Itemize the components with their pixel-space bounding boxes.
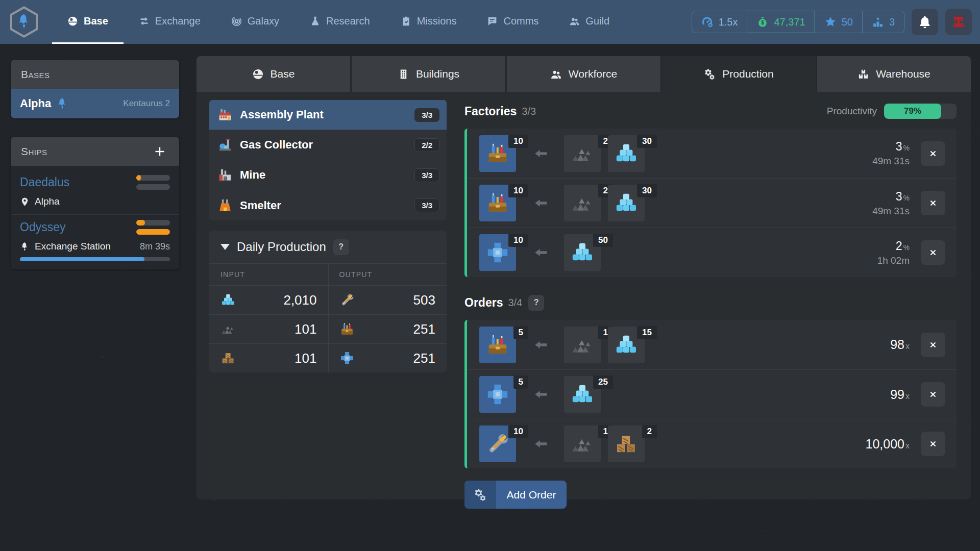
building-item-assembly-plant[interactable]: Assembly Plant 3/3: [209, 100, 447, 130]
multiplier-sign: x: [905, 392, 910, 400]
quantity-badge: 30: [637, 135, 657, 148]
building-name: Smelter: [240, 199, 281, 212]
output-item-tile-machine-part[interactable]: 5: [479, 376, 516, 413]
cancel-order-button[interactable]: [921, 432, 945, 456]
building-item-gas-collector[interactable]: Gas Collector 2/2: [209, 130, 447, 160]
arrow-left-icon: [533, 436, 549, 452]
level-stat[interactable]: 50: [815, 11, 863, 33]
factory-row: 10 2 30 3% 49m 31s: [467, 178, 957, 228]
output-item-tile-toolbox[interactable]: 10: [479, 185, 516, 221]
orders-header: Orders 3/4 ?: [464, 291, 957, 314]
input-item-tile-ingots[interactable]: 50: [564, 234, 601, 271]
input-item-tile-ore[interactable]: 1: [564, 425, 601, 462]
rocket-icon: [20, 242, 30, 252]
ship-name-link[interactable]: Daedalus: [20, 176, 69, 189]
deathstar-icon: [252, 68, 264, 80]
nav-item-galaxy[interactable]: Galaxy: [216, 0, 295, 44]
notifications-button[interactable]: [912, 9, 938, 35]
event-button[interactable]: [945, 9, 972, 35]
ship-item-daedalus: Daedalus Alpha: [20, 175, 170, 207]
cancel-production-button[interactable]: [921, 240, 945, 265]
rank-stat[interactable]: 3: [862, 11, 904, 33]
blue-ingots-icon: [220, 292, 236, 308]
building-item-smelter[interactable]: Smelter 3/3: [209, 190, 447, 220]
daily-production-title: Daily Production: [237, 240, 326, 254]
nav-item-research[interactable]: Research: [295, 0, 385, 44]
nav-item-comms[interactable]: Comms: [472, 0, 554, 44]
wood-planks-icon: [220, 350, 236, 366]
input-item-tile-wood[interactable]: 2: [608, 425, 645, 462]
bases-card: Bases Alpha Kentaurus 2: [11, 60, 179, 118]
order-row: 10 1 2 10,000x: [467, 419, 957, 468]
add-ship-button[interactable]: [154, 144, 169, 159]
add-order-button[interactable]: Add Order: [464, 481, 567, 509]
daily-production-toggle[interactable]: Daily Production ?: [209, 231, 447, 263]
ship-name-link[interactable]: Odyssey: [20, 220, 65, 234]
divider: [11, 214, 179, 215]
input-item-tile-ingots[interactable]: 30: [608, 135, 645, 172]
cancel-order-button[interactable]: [921, 382, 945, 407]
app-logo[interactable]: [9, 6, 39, 38]
arrow-left-icon: [533, 245, 549, 260]
speed-value: 1.5x: [719, 16, 738, 28]
productivity-bar: 79%: [884, 104, 957, 119]
tab-buildings[interactable]: Buildings: [350, 56, 505, 92]
output-item-tile-toolbox[interactable]: 5: [479, 327, 516, 363]
factory-progress: 2% 1h 02m: [877, 239, 910, 266]
quantity-badge: 50: [593, 234, 613, 247]
close-icon: [928, 340, 938, 350]
nav-item-missions[interactable]: Missions: [385, 0, 472, 44]
daily-production-help-button[interactable]: ?: [333, 239, 349, 255]
machine-part-icon: [485, 240, 510, 265]
output-item-tile-crossed-tools[interactable]: 10: [479, 425, 516, 462]
nav-item-exchange[interactable]: Exchange: [124, 0, 216, 44]
galaxy-icon: [231, 16, 242, 27]
ships-header: Ships: [11, 137, 179, 166]
credits-stat[interactable]: 47,371: [747, 11, 815, 33]
building-name: Assembly Plant: [240, 108, 324, 121]
close-icon: [928, 389, 938, 399]
tab-label: Buildings: [416, 68, 459, 80]
factory-row: 10 50 2% 1h 02m: [467, 228, 957, 277]
cancel-order-button[interactable]: [921, 333, 945, 357]
mine-icon: [217, 167, 233, 183]
building-count-badge: 3/3: [414, 108, 439, 122]
arrow-left-icon: [533, 146, 549, 161]
output-item-tile-machine-part[interactable]: 10: [479, 234, 516, 271]
building-item-mine[interactable]: Mine 3/3: [209, 160, 447, 190]
tab-warehouse[interactable]: Warehouse: [816, 56, 971, 92]
input-item-tile-ore[interactable]: 2: [564, 135, 601, 172]
tab-label: Workforce: [569, 68, 617, 80]
input-item-tile-ingots[interactable]: 25: [564, 376, 601, 413]
nav-item-base[interactable]: Base: [52, 0, 124, 44]
multiplier-sign: x: [905, 441, 910, 450]
ore-pile-icon: [220, 321, 236, 337]
nav-item-guild[interactable]: Guild: [554, 0, 625, 44]
base-panel: Base Buildings Workforce Production Ware…: [197, 56, 971, 499]
productivity: Productivity 79%: [827, 104, 957, 119]
input-item-tile-ore[interactable]: 1: [564, 327, 601, 363]
cancel-production-button[interactable]: [921, 191, 945, 215]
factory-progress: 3% 49m 31s: [872, 140, 910, 167]
toolbox-icon: [485, 141, 510, 166]
tab-base[interactable]: Base: [197, 56, 350, 92]
ship-gauges: [136, 220, 170, 235]
factories-title: Factories: [464, 105, 517, 118]
cancel-production-button[interactable]: [921, 141, 945, 166]
ore-pile-icon: [570, 333, 595, 357]
top-bar: Base Exchange Galaxy Research Missions C…: [0, 0, 980, 44]
production-left-column: Assembly Plant 3/3 Gas Collector 2/2 Min…: [209, 100, 447, 372]
output-item-tile-toolbox[interactable]: 10: [479, 135, 516, 172]
input-item-tile-ingots[interactable]: 30: [608, 185, 645, 221]
tab-workforce[interactable]: Workforce: [505, 56, 660, 92]
toolbox-icon: [485, 333, 510, 357]
flask-icon: [310, 16, 321, 27]
close-icon: [928, 439, 938, 449]
speed-boost-stat[interactable]: 1.5x: [692, 11, 748, 33]
orders-help-button[interactable]: ?: [528, 295, 544, 311]
input-item-tile-ore[interactable]: 2: [564, 185, 601, 221]
building-name: Mine: [240, 168, 265, 182]
base-item-alpha[interactable]: Alpha Kentaurus 2: [11, 89, 179, 118]
tab-production[interactable]: Production: [660, 56, 816, 92]
input-item-tile-ingots[interactable]: 15: [608, 327, 645, 363]
